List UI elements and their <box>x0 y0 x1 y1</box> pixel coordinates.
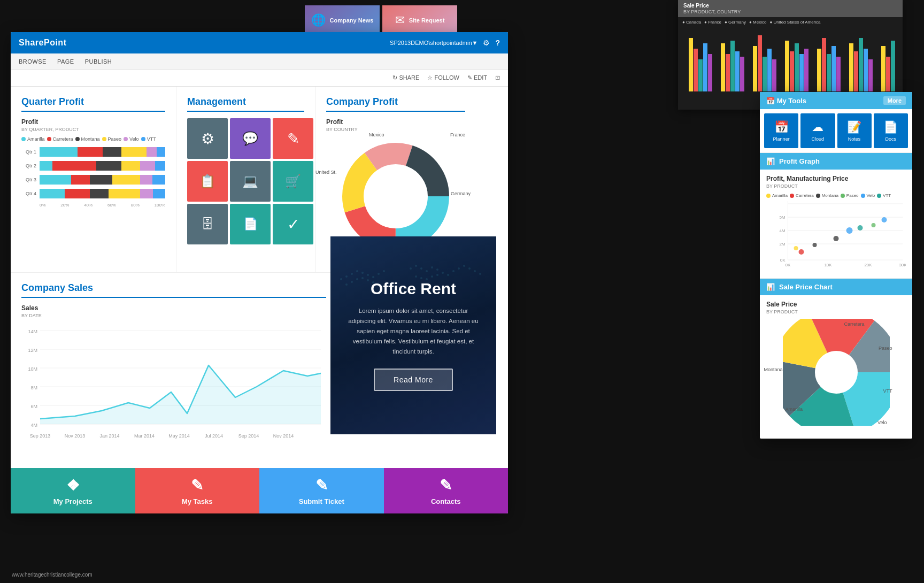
company-news-banner: 🌐 Company News <box>305 5 380 35</box>
site-request-banner: ✉ Site Request <box>382 5 457 35</box>
svg-point-111 <box>813 243 817 247</box>
quarter-profit-chart: Qtr 1 Qtr 2 <box>21 147 165 208</box>
nav-page[interactable]: PAGE <box>57 58 74 65</box>
sp-help-icon[interactable]: ? <box>495 39 500 47</box>
quarter-profit-legend: Amarilla Carretera Montana Paseo Velo VT… <box>21 136 165 142</box>
svg-text:2M: 2M <box>779 242 785 247</box>
mgmt-tile-db[interactable]: 🗄 <box>187 204 228 244</box>
read-more-button[interactable]: Read More <box>374 369 453 391</box>
sp-user[interactable]: SP2013DEMO\shortpointadmin▼ <box>390 40 478 46</box>
graph-icon: 📊 <box>766 157 775 165</box>
svg-rect-1 <box>694 49 698 91</box>
quarter-profit-section: Quarter Profit Profit BY QUARTER, PRODUC… <box>11 87 176 272</box>
nav-publish[interactable]: PUBLISH <box>85 58 112 65</box>
action-follow[interactable]: ☆ FOLLOW <box>427 74 459 81</box>
axis-100: 100% <box>155 203 165 208</box>
management-title: Management <box>187 96 304 112</box>
svg-rect-5 <box>721 43 725 91</box>
svg-rect-7 <box>730 41 735 91</box>
legend-canada: ● Canada <box>682 20 701 25</box>
bar-row-q2: Qtr 2 <box>21 161 165 171</box>
management-section: Management ⚙ 💬 ✎ 📋 💻 🛒 🗄 📄 ✓ <box>176 87 315 272</box>
tool-notes[interactable]: 📝 Notes <box>837 113 872 148</box>
company-profit-label: Profit <box>326 118 465 126</box>
bg-chart-title: Sale Price <box>683 3 709 9</box>
sp-settings-icon[interactable]: ⚙ <box>483 39 490 47</box>
toolbar-item-projects[interactable]: ❖ My Projects <box>11 468 135 513</box>
bar-label-q2: Qtr 2 <box>21 163 36 168</box>
action-edit[interactable]: ✎ EDIT <box>467 74 487 81</box>
mgmt-tile-book[interactable]: 📋 <box>187 161 228 202</box>
my-tools-title: My Tools <box>777 97 806 105</box>
sale-chart-sublabel: BY PRODUCT <box>766 309 906 314</box>
svg-rect-22 <box>827 54 831 91</box>
nav-browse[interactable]: BROWSE <box>19 58 47 65</box>
tool-docs[interactable]: 📄 Docs <box>874 113 908 148</box>
toolbar-item-ticket[interactable]: ✎ Submit Ticket <box>259 468 384 513</box>
legend-item-velo: Velo <box>124 136 139 142</box>
svg-rect-25 <box>849 43 853 91</box>
bar-label-q3: Qtr 3 <box>21 177 36 182</box>
svg-rect-21 <box>822 38 826 91</box>
tool-cloud[interactable]: ☁ Cloud <box>800 113 835 148</box>
svg-rect-15 <box>785 41 789 91</box>
quarter-profit-title: Quarter Profit <box>21 96 165 112</box>
sp-topbar-right: SP2013DEMO\shortpointadmin▼ ⚙ ? <box>390 39 500 47</box>
svg-point-114 <box>858 225 863 231</box>
svg-rect-19 <box>804 49 808 91</box>
svg-text:4M: 4M <box>30 423 37 428</box>
svg-rect-4 <box>708 54 712 91</box>
mgmt-tile-laptop[interactable]: 💻 <box>230 161 271 202</box>
svg-text:30K: 30K <box>899 263 906 267</box>
mgmt-tile-check[interactable]: ✓ <box>273 204 313 244</box>
svg-text:6M: 6M <box>30 404 37 409</box>
tool-planner[interactable]: 📅 Planner <box>764 113 798 148</box>
bar-label-q1: Qtr 1 <box>21 149 36 155</box>
svg-rect-20 <box>817 49 821 91</box>
svg-rect-28 <box>864 49 868 91</box>
svg-rect-32 <box>891 41 895 91</box>
svg-text:0K: 0K <box>786 263 791 267</box>
scatter-chart-svg: 0K 2M 4M 5M 0K 10K 20K 30K <box>766 201 906 271</box>
bar-row-q3: Qtr 3 <box>21 175 165 185</box>
toolbar-item-contacts[interactable]: ✎ Contacts <box>384 468 509 513</box>
bar-track-q1 <box>40 147 165 157</box>
bar-row-q4: Qtr 4 <box>21 189 165 198</box>
svg-text:Sep 2013: Sep 2013 <box>30 433 51 439</box>
svg-rect-17 <box>795 43 799 91</box>
axis-0: 0% <box>40 203 46 208</box>
svg-rect-9 <box>740 57 744 91</box>
profit-graph-header: 📊 Profit Graph <box>760 153 912 170</box>
mgmt-tile-doc[interactable]: 📄 <box>230 204 271 244</box>
sale-price-content: Sale Price BY PRODUCT <box>760 295 912 439</box>
legend-france: ● France <box>704 20 721 25</box>
website-url: www.heritagechristiancollege.com <box>12 572 93 578</box>
svg-text:12M: 12M <box>28 348 37 353</box>
mgmt-tile-chat[interactable]: 💬 <box>230 118 271 159</box>
legend-item-paseo: Paseo <box>102 136 122 142</box>
mgmt-tile-gear[interactable]: ⚙ <box>187 118 228 159</box>
mgmt-tile-edit[interactable]: ✎ <box>273 118 313 159</box>
sale-price-title: Sale Price Chart <box>779 283 833 291</box>
profit-graph-title: Profit Graph <box>779 157 820 165</box>
company-sales-section: Company Sales Sales BY DATE 14M 12M 10M … <box>11 272 337 450</box>
svg-rect-16 <box>790 51 794 91</box>
axis-60: 60% <box>107 203 116 208</box>
profit-graph-section: 📊 Profit Graph Profit, Manufacturing Pri… <box>760 153 912 279</box>
action-fullscreen[interactable]: ⊡ <box>495 74 500 81</box>
svg-rect-29 <box>868 59 873 91</box>
tasks-icon: ✎ <box>191 477 203 494</box>
axis-40: 40% <box>84 203 93 208</box>
company-sales-title: Company Sales <box>21 282 326 298</box>
mgmt-tile-cart[interactable]: 🛒 <box>273 161 313 202</box>
svg-rect-26 <box>854 51 858 91</box>
toolbar-item-tasks[interactable]: ✎ My Tasks <box>135 468 260 513</box>
action-share[interactable]: ↻ SHARE <box>392 74 419 81</box>
office-rent-title: Office Rent <box>371 280 456 298</box>
more-button[interactable]: More <box>883 96 906 105</box>
bar-label-q4: Qtr 4 <box>21 191 36 196</box>
legend-mexico: ● Mexico <box>749 20 766 25</box>
office-rent-content: Office Rent Lorem ipsum dolor sit amet, … <box>330 236 496 434</box>
ticket-icon: ✎ <box>315 477 328 494</box>
profit-chart-label: Profit, Manufacturing Price <box>766 175 906 182</box>
